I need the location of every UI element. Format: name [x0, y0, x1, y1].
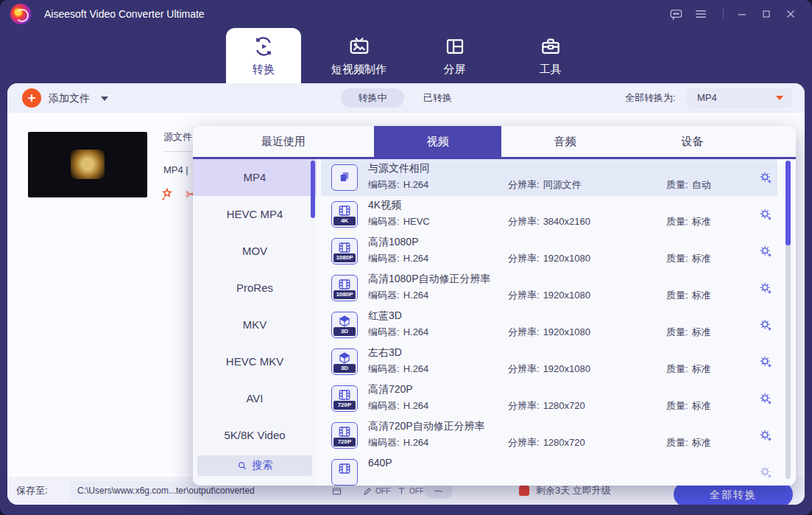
trim-toggle-state: OFF — [409, 487, 424, 495]
list-scrollbar-thumb[interactable] — [785, 161, 791, 245]
search-label: 搜索 — [253, 459, 273, 472]
sidebar-item-5k8k[interactable]: 5K/8K Video — [193, 417, 317, 454]
toolbox-icon — [540, 35, 562, 57]
format-sidebar: MP4 HEVC MP4 MOV ProRes MKV HEVC MKV AVI… — [193, 159, 317, 486]
gear-plus-icon[interactable] — [758, 465, 773, 480]
preset-title: 红蓝3D — [368, 309, 402, 323]
tab-video-maker[interactable]: 短视频制作 — [309, 28, 409, 83]
list-scrollbar-track[interactable] — [785, 161, 791, 479]
preset-row-720p-autofix[interactable]: 720P 高清720P自动修正分辨率 编码器:H.264 分辨率:1280x72… — [321, 417, 777, 454]
sidebar-item-mov[interactable]: MOV — [193, 233, 317, 270]
preset-title: 左右3D — [368, 346, 402, 360]
add-file-caret-icon[interactable] — [101, 97, 108, 101]
quality-value: 标准 — [692, 400, 711, 411]
film-icon: 1080P — [331, 275, 358, 301]
tab-converted[interactable]: 已转换 — [423, 83, 452, 113]
sidebar-item-prores[interactable]: ProRes — [193, 270, 317, 306]
gear-plus-icon[interactable] — [758, 170, 773, 185]
preset-row-640p[interactable]: 640P — [321, 454, 777, 486]
format-badge: 720P — [333, 438, 356, 446]
preset-row-1080p-autofix[interactable]: 1080P 高清1080P自动修正分辨率 编码器:H.264 分辨率:1920x… — [321, 270, 777, 306]
resolution-value: 3840x2160 — [543, 216, 590, 227]
preset-row-4k[interactable]: 4K 4K视频 编码器:HEVC 分辨率:3840x2160 质量:标准 — [321, 196, 777, 233]
preset-title: 与源文件相同 — [368, 162, 430, 175]
close-icon[interactable] — [783, 7, 798, 21]
quality-value: 标准 — [692, 326, 711, 337]
tab-convert[interactable]: 转换 — [226, 28, 301, 83]
encoder-label: 编码器: — [368, 400, 400, 411]
quality-label: 质量: — [666, 290, 688, 301]
quality-value: 标准 — [692, 437, 711, 448]
encoder-value: H.264 — [403, 253, 429, 264]
add-file-button[interactable]: 添加文件 — [49, 83, 90, 113]
resolution-value: 1920x1080 — [543, 290, 590, 301]
cube-3d-icon: 3D — [331, 312, 358, 338]
quality-label: 质量: — [666, 437, 688, 448]
panel-tab-device[interactable]: 设备 — [629, 126, 756, 157]
gear-plus-icon[interactable] — [758, 391, 773, 406]
resolution-label: 分辨率: — [508, 400, 540, 411]
convert-all-label: 全部转换为: — [625, 83, 676, 113]
cube-3d-icon: 3D — [331, 348, 358, 375]
output-format-value: MP4 — [697, 88, 717, 108]
main-nav: 转换 短视频制作 分屏 工具 — [0, 28, 812, 83]
gear-plus-icon[interactable] — [758, 207, 773, 222]
tab-convert-label: 转换 — [253, 63, 275, 77]
panel-tab-video[interactable]: 视频 — [374, 126, 501, 157]
video-maker-icon — [348, 35, 370, 57]
gear-plus-icon[interactable] — [758, 428, 773, 443]
source-format-info: MP4 | — [163, 164, 188, 175]
tab-toolbox[interactable]: 工具 — [508, 28, 593, 83]
quality-label: 质量: — [666, 253, 688, 264]
sidebar-item-mkv[interactable]: MKV — [193, 306, 317, 343]
gear-plus-icon[interactable] — [758, 281, 773, 295]
preset-row-same-as-source[interactable]: 与源文件相同 编码器:H.264 分辨率:同源文件 质量:自动 — [321, 159, 777, 196]
format-badge: 1080P — [333, 253, 356, 262]
gear-plus-icon[interactable] — [758, 354, 773, 369]
encoder-label: 编码器: — [368, 437, 400, 448]
tab-split-screen[interactable]: 分屏 — [412, 28, 497, 83]
feedback-icon[interactable] — [668, 7, 683, 21]
output-format-select[interactable]: MP4 — [687, 88, 792, 108]
maximize-icon[interactable] — [759, 7, 774, 21]
resolution-value: 1920x1080 — [543, 253, 590, 264]
video-thumbnail[interactable] — [28, 132, 147, 197]
panel-tab-recent[interactable]: 最近使用 — [219, 126, 347, 157]
search-button[interactable]: 搜索 — [197, 455, 312, 476]
edit-toggle-state: OFF — [375, 487, 390, 495]
app-logo-icon — [10, 4, 31, 24]
effects-wand-icon[interactable] — [159, 186, 175, 203]
preset-list: 与源文件相同 编码器:H.264 分辨率:同源文件 质量:自动 4K 4K视频 … — [321, 159, 777, 486]
preset-title: 高清1080P — [368, 236, 418, 249]
gear-plus-icon[interactable] — [758, 318, 773, 332]
resolution-value: 1920x1080 — [543, 363, 590, 374]
sidebar-item-hevc-mkv[interactable]: HEVC MKV — [193, 343, 317, 380]
preset-title: 640P — [368, 457, 392, 469]
sidebar-item-avi[interactable]: AVI — [193, 380, 317, 417]
menu-icon[interactable] — [693, 7, 708, 21]
quality-label: 质量: — [666, 326, 688, 337]
sidebar-item-hevc-mp4[interactable]: HEVC MP4 — [193, 196, 317, 233]
encoder-value: H.264 — [403, 363, 429, 374]
quality-value: 标准 — [692, 290, 711, 301]
panel-tab-audio[interactable]: 音频 — [501, 126, 629, 157]
preset-row-anaglyph-3d[interactable]: 3D 红蓝3D 编码器:H.264 分辨率:1920x1080 质量:标准 — [321, 306, 777, 343]
sidebar-scrollbar[interactable] — [311, 161, 315, 218]
preset-row-1080p[interactable]: 1080P 高清1080P 编码器:H.264 分辨率:1920x1080 质量… — [321, 233, 777, 270]
preset-title: 高清720P自动修正分辨率 — [368, 420, 485, 433]
add-file-icon[interactable]: + — [22, 88, 41, 108]
quality-label: 质量: — [666, 400, 688, 411]
minimize-icon[interactable] — [735, 7, 749, 21]
preset-row-sbs-3d[interactable]: 3D 左右3D 编码器:H.264 分辨率:1920x1080 质量:标准 — [321, 343, 777, 380]
tab-converting[interactable]: 转换中 — [341, 88, 404, 108]
copy-icon — [331, 164, 358, 191]
titlebar: Aiseesoft Video Converter Ultimate — [0, 0, 812, 28]
resolution-value: 1920x1080 — [543, 326, 590, 337]
gear-plus-icon[interactable] — [758, 244, 773, 259]
quality-label: 质量: — [666, 216, 688, 227]
sidebar-item-mp4[interactable]: MP4 — [193, 159, 317, 196]
encoder-value: H.264 — [403, 326, 429, 337]
resolution-label: 分辨率: — [508, 179, 540, 190]
preset-row-720p[interactable]: 720P 高清720P 编码器:H.264 分辨率:1280x720 质量:标准 — [321, 380, 777, 417]
resolution-label: 分辨率: — [508, 437, 540, 448]
